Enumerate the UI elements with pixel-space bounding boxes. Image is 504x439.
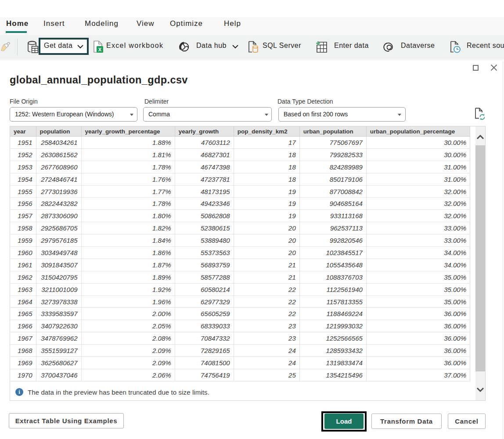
svg-text:X: X xyxy=(98,47,102,52)
